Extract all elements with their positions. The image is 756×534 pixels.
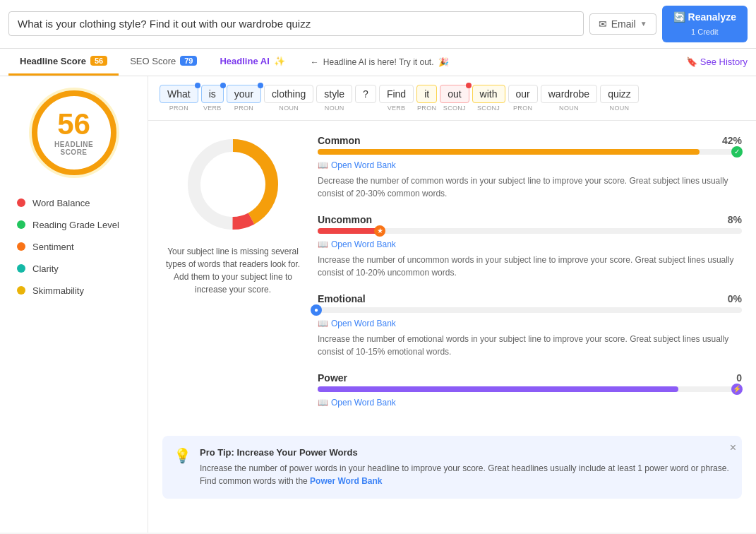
panel-left: Your subject line is missing several typ… xyxy=(162,135,304,422)
power-progress-bg: ⚡ xyxy=(318,386,742,392)
main-layout: 56 HEADLINESCORE Word Balance Reading Gr… xyxy=(0,76,756,533)
word-chip: wardrobeNOUN xyxy=(541,85,597,112)
emotional-progress-bg: ● xyxy=(318,307,742,313)
pro-tip-link-text: Find common words with the Power Word Ba… xyxy=(200,475,731,487)
chip-word: ? xyxy=(355,85,376,103)
uncommon-open-word-bank[interactable]: 📖 Open Word Bank xyxy=(318,239,742,249)
tab-headline-ai[interactable]: Headline AI ✨ xyxy=(208,49,296,76)
chip-label: NOUN xyxy=(610,105,630,112)
pro-tip-box: 💡 Pro Tip: Increase Your Power Words Inc… xyxy=(162,436,742,499)
chip-word: style xyxy=(316,85,352,103)
chip-indicator-dot xyxy=(258,83,263,88)
power-word-bank-link[interactable]: Power Word Bank xyxy=(310,476,382,486)
chip-indicator-dot xyxy=(195,83,200,88)
stat-power-pct: 0 xyxy=(736,372,742,384)
top-bar: ✉ Email ▼ 🔄 Reanalyze 1 Credit xyxy=(0,0,756,49)
chip-label: PRON xyxy=(513,105,532,112)
word-chip: WhatPRON xyxy=(160,85,198,112)
sidebar-menu: Word Balance Reading Grade Level Sentime… xyxy=(0,192,148,302)
chip-label: SCONJ xyxy=(477,105,500,112)
panel-description: Your subject line is missing several typ… xyxy=(162,245,304,296)
emotional-open-word-bank[interactable]: 📖 Open Word Bank xyxy=(318,319,742,328)
sidebar: 56 HEADLINESCORE Word Balance Reading Gr… xyxy=(0,76,148,533)
stat-emotional: Emotional 0% ● 📖 Open Word Bank Increase… xyxy=(318,293,742,358)
tab-headline-ai-label: Headline AI xyxy=(220,56,269,66)
skimmability-label: Skimmability xyxy=(32,285,84,296)
word-chip: ? xyxy=(355,85,376,105)
seo-score-badge: 79 xyxy=(180,56,197,66)
stat-common-header: Common 42% xyxy=(318,135,742,146)
see-history-link[interactable]: 🔖 See History xyxy=(686,57,748,67)
word-chip: FindVERB xyxy=(379,85,414,112)
tab-headline-score[interactable]: Headline Score 56 xyxy=(8,49,119,76)
score-number: 56 xyxy=(57,109,90,139)
email-button[interactable]: ✉ Email ▼ xyxy=(589,13,656,35)
chip-word: What xyxy=(160,85,198,103)
sidebar-item-reading-grade[interactable]: Reading Grade Level xyxy=(8,214,139,236)
common-check-icon: ✓ xyxy=(731,146,743,158)
reanalyze-button[interactable]: 🔄 Reanalyze 1 Credit xyxy=(662,6,748,42)
stat-common-pct: 42% xyxy=(722,135,742,146)
chip-indicator-dot xyxy=(220,83,226,88)
chip-label: PRON xyxy=(417,105,436,112)
clarity-dot xyxy=(17,264,25,273)
sidebar-item-clarity[interactable]: Clarity xyxy=(8,258,139,280)
headline-score-circle: 56 HEADLINESCORE xyxy=(32,90,116,175)
skimmability-dot xyxy=(17,286,25,295)
ai-banner-arrow: ← xyxy=(311,57,319,67)
reading-grade-dot xyxy=(17,220,25,229)
chip-word: it xyxy=(416,85,437,103)
magic-wand-icon: ✨ xyxy=(274,56,285,66)
headline-input[interactable] xyxy=(8,11,584,36)
stat-common: Common 42% ✓ 📖 Open Word Bank Decrease t… xyxy=(318,135,742,200)
power-bolt-icon: ⚡ xyxy=(731,384,743,395)
word-chip: outSCONJ xyxy=(440,85,469,112)
emotional-circle-icon: ● xyxy=(311,304,322,316)
ai-banner-emoji: 🎉 xyxy=(438,57,449,67)
ai-banner: ← Headline AI is here! Try it out. 🎉 xyxy=(311,57,449,67)
chip-label: NOUN xyxy=(279,105,299,112)
word-balance-panel: Your subject line is missing several typ… xyxy=(148,121,756,436)
ai-banner-text: Headline AI is here! Try it out. xyxy=(323,57,434,67)
chip-label: PRON xyxy=(234,105,253,112)
book-icon-2: 📖 xyxy=(318,239,328,249)
stat-power: Power 0 ⚡ 📖 Open Word Bank xyxy=(318,372,742,408)
email-label: Email xyxy=(611,18,636,30)
word-balance-label: Word Balance xyxy=(32,198,90,208)
chip-word: our xyxy=(508,85,538,103)
sidebar-item-skimmability[interactable]: Skimmability xyxy=(8,280,139,302)
uncommon-star-icon: ★ xyxy=(374,225,385,237)
headline-score-badge: 56 xyxy=(90,56,107,66)
stat-common-desc: Decrease the number of common words in y… xyxy=(318,174,742,200)
uncommon-progress-bg: ★ xyxy=(318,228,742,234)
score-label: HEADLINESCORE xyxy=(54,141,93,156)
chip-label: NOUN xyxy=(559,105,579,112)
chip-indicator-dot xyxy=(466,83,472,88)
chevron-down-icon: ▼ xyxy=(640,20,647,28)
book-icon: 📖 xyxy=(318,160,328,170)
stat-emotional-name: Emotional xyxy=(318,293,366,304)
stat-uncommon: Uncommon 8% ★ 📖 Open Word Bank Increase … xyxy=(318,214,742,279)
word-chip: styleNOUN xyxy=(316,85,352,112)
sentiment-label: Sentiment xyxy=(32,242,74,252)
common-open-word-bank[interactable]: 📖 Open Word Bank xyxy=(318,160,742,170)
sidebar-item-word-balance[interactable]: Word Balance xyxy=(8,192,139,214)
common-progress-bg: ✓ xyxy=(318,149,742,155)
pro-tip-content: Pro Tip: Increase Your Power Words Incre… xyxy=(200,447,731,487)
chip-word: is xyxy=(201,85,224,103)
word-chip: quizzNOUN xyxy=(600,85,639,112)
chip-word: out xyxy=(440,85,469,103)
reading-grade-label: Reading Grade Level xyxy=(32,220,119,230)
tab-seo-score[interactable]: SEO Score 79 xyxy=(119,49,208,76)
chip-label: VERB xyxy=(388,105,406,112)
stat-uncommon-header: Uncommon 8% xyxy=(318,214,742,225)
content-area: WhatPRONisVERByourPRONclothingNOUNstyleN… xyxy=(148,76,756,533)
word-chip: yourPRON xyxy=(227,85,261,112)
sidebar-item-sentiment[interactable]: Sentiment xyxy=(8,236,139,258)
tab-headline-score-label: Headline Score xyxy=(20,56,86,66)
power-open-word-bank[interactable]: 📖 Open Word Bank xyxy=(318,398,742,408)
power-progress-fill xyxy=(318,386,678,392)
reanalyze-icon: 🔄 Reanalyze xyxy=(673,11,736,23)
chip-label: PRON xyxy=(169,105,188,112)
pro-tip-close-button[interactable]: × xyxy=(730,441,736,454)
